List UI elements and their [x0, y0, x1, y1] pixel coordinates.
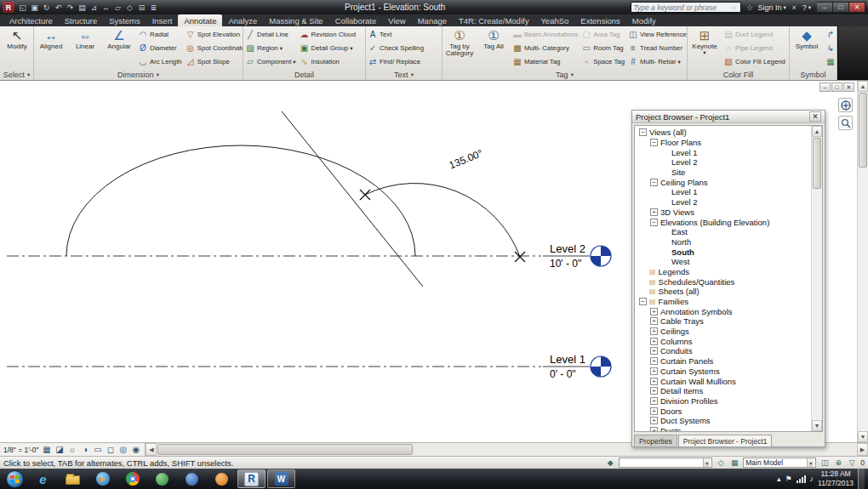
- ribbon-tab-manage[interactable]: Manage: [412, 14, 453, 26]
- tree-item-families[interactable]: −▤Families: [637, 297, 811, 307]
- tree-item-conduits[interactable]: +Conduits: [637, 346, 811, 356]
- visual-style-icon[interactable]: ◪: [54, 445, 65, 454]
- keynote-button[interactable]: ⊞Keynote▾: [688, 27, 721, 69]
- maximize-button[interactable]: □: [833, 2, 849, 13]
- thin-lines-icon[interactable]: ≣: [148, 2, 159, 13]
- ribbon-tab-massing-site[interactable]: Massing & Site: [263, 14, 328, 26]
- start-button[interactable]: [2, 469, 27, 489]
- ribbon-overflow-panel[interactable]: [837, 26, 868, 80]
- ribbon-tab-insert[interactable]: Insert: [146, 14, 179, 26]
- expand-icon[interactable]: +: [650, 397, 658, 405]
- pipe-legend-button[interactable]: ○Pipe Legend: [722, 42, 786, 54]
- detail-group-button[interactable]: ▣Detail Group▾: [299, 42, 357, 54]
- panel-label-symbol[interactable]: Symbol: [790, 69, 837, 80]
- tree-item-east[interactable]: East: [637, 227, 811, 237]
- zoom-icon[interactable]: [838, 116, 853, 130]
- crop-view-icon[interactable]: ▭: [92, 445, 103, 454]
- collapse-icon[interactable]: −: [650, 179, 658, 186]
- view-reference-button[interactable]: ◫View Reference: [627, 28, 687, 41]
- project-browser-scrollbar[interactable]: ▲ ▼: [811, 126, 822, 431]
- duct-legend-button[interactable]: ▤Duct Legend: [722, 28, 786, 41]
- expand-icon[interactable]: +: [650, 387, 658, 395]
- radial-button[interactable]: ◠Radial: [137, 28, 183, 41]
- panel-label-detail[interactable]: Detail: [243, 69, 365, 80]
- tree-item-doors[interactable]: +Doors: [637, 406, 811, 416]
- taskbar-media-player-button[interactable]: ▶: [89, 469, 117, 488]
- tree-item-west[interactable]: West: [637, 257, 811, 267]
- undo-icon[interactable]: ↶: [53, 2, 64, 13]
- tree-item-3d-views[interactable]: +3D Views: [637, 208, 811, 218]
- check-spelling-button[interactable]: ✓Check Spelling: [367, 42, 425, 54]
- taskbar-orange-app-button[interactable]: [208, 469, 236, 488]
- arc-length-button[interactable]: ◡Arc Length: [137, 55, 183, 68]
- angle-dimension-label[interactable]: 135.00°: [448, 147, 485, 172]
- scroll-up-arrow[interactable]: ▲: [812, 126, 822, 137]
- tree-item-ceiling-plans[interactable]: −Ceiling Plans: [637, 177, 811, 187]
- symbol-button[interactable]: ◆Symbol: [791, 27, 823, 69]
- tread-number-button[interactable]: ≡Tread Number: [627, 42, 687, 54]
- project-browser-close-icon[interactable]: ✕: [809, 111, 821, 122]
- taskbar-green-app-button[interactable]: [148, 469, 176, 488]
- ribbon-tab-collaborate[interactable]: Collaborate: [329, 14, 383, 26]
- panel-label-dimension[interactable]: Dimension▾: [34, 69, 243, 80]
- scroll-down-arrow[interactable]: ▼: [812, 420, 822, 431]
- large-arc[interactable]: [66, 145, 415, 256]
- subscription-star-icon[interactable]: ☆: [745, 3, 754, 12]
- tag-all-button[interactable]: ①Tag All: [477, 27, 510, 69]
- search-input[interactable]: [633, 3, 728, 12]
- steering-wheel-icon[interactable]: [838, 98, 853, 112]
- tree-item-level-1[interactable]: Level 1: [637, 147, 811, 157]
- vertical-scroll-thumb[interactable]: [859, 93, 867, 168]
- diameter-button[interactable]: ØDiameter: [137, 42, 183, 54]
- collapse-icon[interactable]: −: [639, 128, 647, 136]
- multi-rebar-button[interactable]: #Multi- Rebar▾: [627, 55, 687, 68]
- expand-icon[interactable]: +: [650, 357, 658, 365]
- sign-in-button[interactable]: Sign In▾: [757, 3, 785, 12]
- project-browser-scroll-thumb[interactable]: [813, 138, 821, 189]
- scroll-up-arrow[interactable]: ▲: [858, 81, 868, 92]
- reveal-hidden-elements-icon[interactable]: ◉: [130, 445, 141, 454]
- show-hidden-icons-icon[interactable]: ▴: [777, 475, 781, 483]
- level-2-name[interactable]: Level 2: [550, 242, 585, 255]
- tree-item-level-2[interactable]: Level 2: [637, 157, 811, 168]
- taskbar-word-button[interactable]: W: [267, 469, 295, 488]
- temporary-hide-isolate-icon[interactable]: ◎: [117, 445, 128, 454]
- expand-icon[interactable]: +: [650, 427, 658, 431]
- tree-item-ceilings[interactable]: +Ceilings: [637, 327, 811, 337]
- modify-button[interactable]: ↖Modify: [1, 27, 33, 69]
- show-desktop-button[interactable]: [858, 469, 865, 489]
- tag-by-category-button[interactable]: ①Tag by Category: [443, 27, 476, 69]
- expand-icon[interactable]: +: [650, 208, 658, 216]
- design-option-select[interactable]: Main Model▾: [743, 458, 816, 468]
- level-1-elevation[interactable]: 0' - 0": [550, 368, 576, 380]
- area-boundary-icon-button[interactable]: ▦: [825, 55, 837, 68]
- open-icon[interactable]: ◱: [17, 2, 28, 13]
- expand-icon[interactable]: +: [650, 407, 658, 415]
- expand-icon[interactable]: +: [650, 378, 658, 385]
- ribbon-tab-analyze[interactable]: Analyze: [222, 14, 263, 26]
- view-3d-icon[interactable]: ◇: [124, 2, 135, 13]
- minimize-button[interactable]: –: [817, 2, 833, 13]
- angular-dimension-arc[interactable]: [365, 184, 520, 257]
- view-close-button[interactable]: ✕: [843, 82, 854, 92]
- collapse-icon[interactable]: −: [650, 219, 658, 226]
- expand-icon[interactable]: +: [650, 347, 658, 355]
- material-tag-button[interactable]: ▦Material Tag: [511, 55, 579, 68]
- panel-tab-project-browser-project1[interactable]: Project Browser - Project1: [678, 435, 773, 446]
- tree-item-level-1[interactable]: Level 1: [637, 187, 811, 197]
- dimension-icon[interactable]: ↔: [100, 2, 111, 13]
- panel-tab-properties[interactable]: Properties: [634, 435, 677, 446]
- section-icon[interactable]: ⊟: [136, 2, 147, 13]
- linear-button[interactable]: ⇔Linear: [69, 27, 101, 69]
- stair-arrow-down-icon-button[interactable]: ↳: [825, 42, 837, 54]
- taskbar-blue-app-button[interactable]: [178, 469, 206, 488]
- tree-item-cable-trays[interactable]: +Cable Trays: [637, 316, 811, 327]
- panel-label-tag[interactable]: Tag▾: [443, 69, 687, 80]
- redo-icon[interactable]: ↷: [65, 2, 76, 13]
- tree-item-site[interactable]: Site: [637, 168, 811, 178]
- angular-button[interactable]: ∠Angular: [103, 27, 135, 69]
- tree-item-level-2[interactable]: Level 2: [637, 197, 811, 208]
- tree-item-division-profiles[interactable]: +Division Profiles: [637, 396, 811, 407]
- spot-coordinate-button[interactable]: ◎Spot Coordinate: [185, 42, 243, 54]
- detail-line-button[interactable]: ╱Detail Line: [244, 28, 297, 41]
